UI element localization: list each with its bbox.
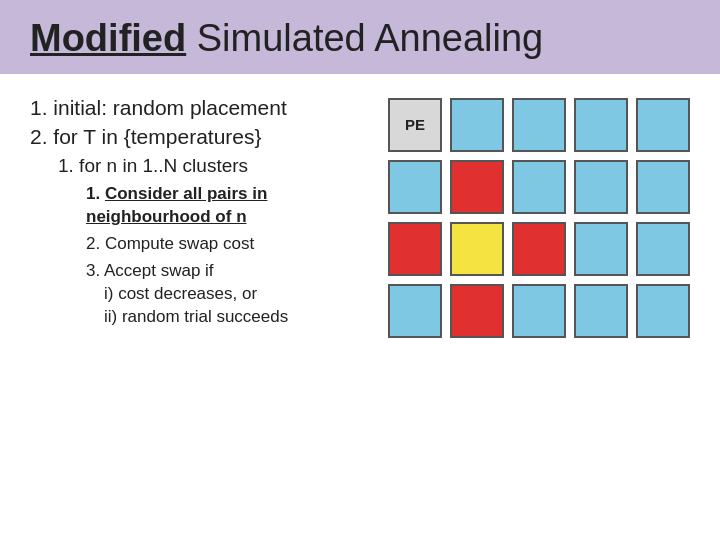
main-content: 1. initial: random placement 2. for T in… bbox=[0, 74, 720, 348]
page-title: Modified Simulated Annealing bbox=[30, 18, 543, 60]
cell-0-1 bbox=[450, 98, 504, 152]
cell-3-3 bbox=[574, 284, 628, 338]
cell-0-4 bbox=[636, 98, 690, 152]
cell-1-3 bbox=[574, 160, 628, 214]
cell-0-2 bbox=[512, 98, 566, 152]
sub-item-1: 1. for n in 1..N clusters bbox=[58, 154, 368, 179]
cell-3-1 bbox=[450, 284, 504, 338]
nested-item-1: 1. Consider all pairs in neighbourhood o… bbox=[86, 183, 368, 229]
header: Modified Simulated Annealing bbox=[0, 0, 720, 74]
cell-3-2 bbox=[512, 284, 566, 338]
cell-2-2 bbox=[512, 222, 566, 276]
grid-row-3 bbox=[388, 284, 690, 338]
cell-3-0 bbox=[388, 284, 442, 338]
cell-1-0 bbox=[388, 160, 442, 214]
grid-wrapper: PE bbox=[388, 94, 690, 338]
cell-3-4 bbox=[636, 284, 690, 338]
grid-row-1 bbox=[388, 160, 690, 214]
title-rest: Simulated Annealing bbox=[186, 17, 543, 59]
cell-1-4 bbox=[636, 160, 690, 214]
cell-2-1 bbox=[450, 222, 504, 276]
nested-item-3: 3. Accept swap if i) cost decreases, or … bbox=[86, 260, 368, 329]
nested-item-1-label: Consider all pairs in neighbourhood of n bbox=[86, 184, 267, 226]
list-item-2: 2. for T in {temperatures} bbox=[30, 123, 368, 150]
nested-item-2: 2. Compute swap cost bbox=[86, 233, 368, 256]
pe-label-cell: PE bbox=[388, 98, 442, 152]
cell-0-3 bbox=[574, 98, 628, 152]
nested-list: 1. Consider all pairs in neighbourhood o… bbox=[86, 183, 368, 329]
cell-2-0 bbox=[388, 222, 442, 276]
grid-row-0: PE bbox=[388, 98, 690, 152]
cell-1-1 bbox=[450, 160, 504, 214]
sub-list: 1. for n in 1..N clusters 1. Consider al… bbox=[58, 154, 368, 328]
left-column: 1. initial: random placement 2. for T in… bbox=[30, 94, 368, 338]
title-underline: Modified bbox=[30, 17, 186, 59]
grid-visualization: PE bbox=[388, 94, 690, 338]
cell-2-3 bbox=[574, 222, 628, 276]
cell-1-2 bbox=[512, 160, 566, 214]
list-item-1: 1. initial: random placement bbox=[30, 94, 368, 121]
cell-2-4 bbox=[636, 222, 690, 276]
grid-row-2 bbox=[388, 222, 690, 276]
